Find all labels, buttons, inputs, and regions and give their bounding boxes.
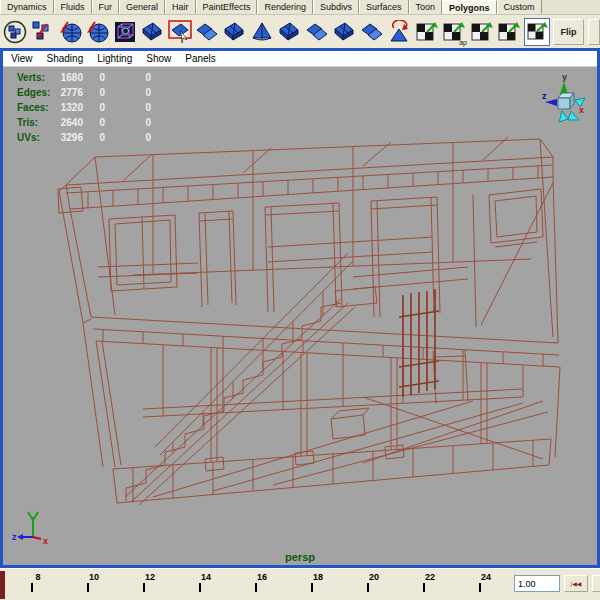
hud-row: Verts:168000: [17, 72, 151, 87]
uv-selected-icon[interactable]: [524, 18, 550, 46]
timeline-ruler[interactable]: 81012141618202224: [0, 569, 505, 600]
hud-value: 1680: [57, 72, 83, 87]
panel-menu-shading[interactable]: Shading: [47, 53, 84, 64]
hud-value: 1320: [57, 102, 83, 117]
viewport-panel: ViewShadingLightingShowPanels Verts:1680…: [0, 48, 600, 568]
tick-mark: [31, 583, 33, 592]
timeline-tick-16[interactable]: 16: [250, 572, 274, 592]
poly-pair-icon[interactable]: [194, 18, 219, 46]
poly-slant-icon[interactable]: [277, 18, 302, 46]
shelf-tab-dynamics[interactable]: Dynamics: [0, 0, 54, 14]
plane-select-icon[interactable]: [167, 18, 192, 46]
tick-number: 20: [362, 572, 386, 582]
timeline-tick-10[interactable]: 10: [82, 572, 106, 592]
uv-checker-icon[interactable]: [414, 18, 439, 46]
timeline-tick-14[interactable]: 14: [194, 572, 218, 592]
view-axis-z-head: [17, 534, 23, 540]
current-time-input[interactable]: [514, 575, 560, 592]
tick-number: 10: [82, 572, 106, 582]
shelf-tab-bar: DynamicsFluidsFurGeneralHairPaintEffects…: [0, 0, 600, 15]
timeline-tick-18[interactable]: 18: [306, 572, 330, 592]
poly-count-hud: Verts:168000Edges:277600Faces:132000Tris…: [17, 72, 151, 147]
tick-mark: [199, 583, 201, 592]
timeline-tick-12[interactable]: 12: [138, 572, 162, 592]
timeline-tick-8[interactable]: 8: [26, 572, 50, 592]
gizmo-x-label: x: [579, 105, 584, 115]
hud-label: Faces:: [17, 102, 57, 117]
perspective-viewport[interactable]: Verts:168000Edges:277600Faces:132000Tris…: [3, 67, 597, 565]
gizmo-cyan-arrow-downright: [568, 111, 579, 120]
tick-number: 22: [418, 572, 442, 582]
flip-button[interactable]: Flip: [553, 19, 584, 45]
wireframe-cube-icon[interactable]: [112, 18, 137, 46]
step-back-button[interactable]: |◀: [592, 575, 600, 592]
timeline-tick-22[interactable]: 22: [418, 572, 442, 592]
tick-mark: [479, 583, 481, 592]
hud-value: 0: [135, 72, 151, 87]
tick-mark: [367, 583, 369, 592]
spin-edge-icon[interactable]: [387, 18, 412, 46]
gizmo-z-arrow: [545, 99, 557, 106]
clipped-button: [588, 19, 600, 45]
shelf-tab-toon[interactable]: Toon: [409, 0, 443, 14]
panel-menu-show[interactable]: Show: [146, 53, 171, 64]
sphere-merge-icon[interactable]: [84, 18, 109, 46]
uv-cut-icon[interactable]: [469, 18, 494, 46]
shelf-tab-subdivs[interactable]: Subdivs: [313, 0, 359, 14]
time-slider[interactable]: 81012141618202224 |◀◀|◀: [0, 568, 600, 600]
poly-plane-icon[interactable]: [139, 18, 164, 46]
hud-value: 3296: [57, 132, 83, 147]
shelf-tab-fluids[interactable]: Fluids: [54, 0, 92, 14]
extract-faces-icon[interactable]: [29, 18, 54, 46]
poly-bend-icon[interactable]: [332, 18, 357, 46]
hud-row: UVs:329600: [17, 132, 151, 147]
shelf-tab-rendering[interactable]: Rendering: [257, 0, 313, 14]
panel-menu-panels[interactable]: Panels: [185, 53, 216, 64]
shelf-tab-hair[interactable]: Hair: [165, 0, 196, 14]
hud-value: 0: [87, 132, 105, 147]
uv-map-icon[interactable]: ap: [442, 18, 467, 46]
tick-number: 16: [250, 572, 274, 582]
tick-mark: [143, 583, 145, 592]
hud-row: Tris:264000: [17, 117, 151, 132]
hud-value: 0: [87, 102, 105, 117]
shelf-tab-painteffects[interactable]: PaintEffects: [196, 0, 258, 14]
shelf-tab-surfaces[interactable]: Surfaces: [359, 0, 409, 14]
hud-value: 2776: [57, 87, 83, 102]
view-axis-x-label: x: [43, 536, 48, 546]
hud-label: UVs:: [17, 132, 57, 147]
panel-menu-lighting[interactable]: Lighting: [97, 53, 132, 64]
poly-cone-icon[interactable]: [249, 18, 274, 46]
view-axis-y-arrow: [28, 512, 38, 537]
tick-mark: [255, 583, 257, 592]
tick-number: 14: [194, 572, 218, 582]
sphere-project-icon[interactable]: [57, 18, 82, 46]
axis-gizmo-icon[interactable]: y z x: [541, 71, 589, 125]
timeline-tick-20[interactable]: 20: [362, 572, 386, 592]
tick-number: 18: [306, 572, 330, 582]
shelf-tab-general[interactable]: General: [119, 0, 165, 14]
poly-face-icon[interactable]: [222, 18, 247, 46]
gizmo-z-label: z: [542, 91, 547, 101]
select-sphere-icon[interactable]: [2, 18, 27, 46]
wireframe-dense-lines: [399, 289, 439, 397]
panel-menu-view[interactable]: View: [11, 53, 33, 64]
poly-combine-icon[interactable]: [359, 18, 384, 46]
tick-number: 12: [138, 572, 162, 582]
shelf-tab-polygons[interactable]: Polygons: [442, 0, 497, 14]
rewind-button[interactable]: |◀◀: [564, 575, 588, 592]
gizmo-cube-front: [558, 98, 570, 109]
view-axis-icon: z x: [11, 507, 55, 547]
gizmo-cyan-arrow-down: [559, 111, 568, 122]
uv-sew-icon[interactable]: [496, 18, 521, 46]
hud-row: Edges:277600: [17, 87, 151, 102]
tick-mark: [87, 583, 89, 592]
hud-value: 0: [135, 117, 151, 132]
hud-value: 0: [135, 87, 151, 102]
shelf-tab-fur[interactable]: Fur: [92, 0, 120, 14]
poly-pair2-icon[interactable]: [304, 18, 329, 46]
timeline-tick-24[interactable]: 24: [474, 572, 498, 592]
hud-value: 0: [87, 72, 105, 87]
hud-row: Faces:132000: [17, 102, 151, 117]
shelf-tab-custom[interactable]: Custom: [497, 0, 542, 14]
